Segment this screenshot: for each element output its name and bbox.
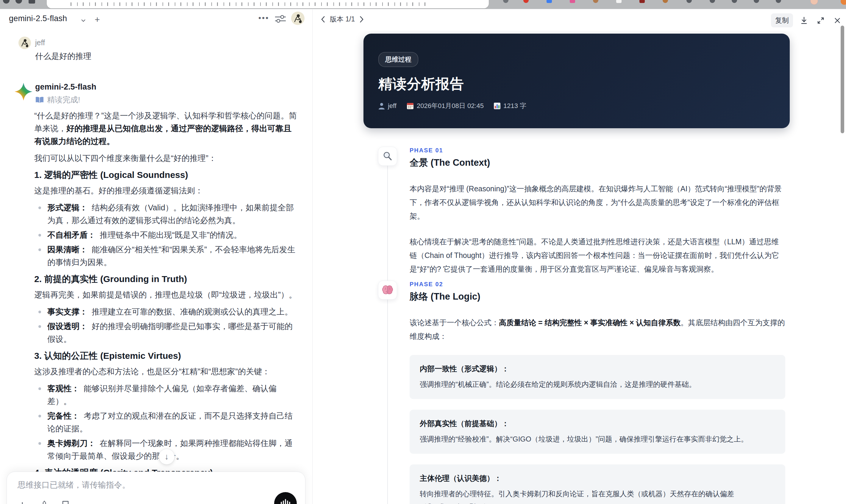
close-icon: [834, 17, 841, 24]
list-item: 不自相矛盾：推理链条中不能出现“既是又非”的情况。: [34, 229, 299, 241]
extension-icon[interactable]: [732, 0, 737, 3]
scroll-to-bottom-button[interactable]: ↓: [159, 449, 174, 464]
url-text-clipped: [71, 2, 428, 6]
phase-label: PHASE 01: [410, 147, 785, 154]
paragraph: 这涉及推理者的心态和方法论，也是区分“杠精”和“思想家”的关键：: [34, 365, 299, 378]
bookmark-icon[interactable]: [61, 501, 69, 504]
browser-chrome: [0, 0, 846, 9]
expand-button[interactable]: [815, 15, 826, 26]
dimension-cards: 内部一致性（形式逻辑）： 强调推理的“机械正确”。结论必须在给定的规则系统内逻辑…: [410, 355, 785, 504]
list-item: 完备性：考虑了对立的观点和潜在的反证，而不是只选择支持自己结论的证据。: [34, 410, 299, 435]
dimension-card: 内部一致性（形式逻辑）： 强调推理的“机械正确”。结论必须在给定的规则系统内逻辑…: [410, 355, 785, 399]
card-body: 强调推理的“经验校准”。解决“GIGO（垃圾进，垃圾出）”问题，确保推理引擎运行…: [420, 433, 775, 445]
user-avatar: [18, 37, 31, 49]
expand-icon: [817, 17, 825, 24]
voice-input-button[interactable]: [274, 492, 297, 504]
arrow-down-icon: ↓: [165, 452, 169, 462]
card-body: 转向推理者的心理特征。引入奥卡姆剃刀和反向论证，旨在克服人类（或机器）天然存在的…: [420, 488, 775, 504]
report-title: 精读分析报告: [378, 75, 464, 93]
voice-waveform-icon: [280, 498, 292, 504]
word-count-meta: 1213 字: [494, 102, 526, 110]
browser-icon[interactable]: [3, 0, 10, 4]
chevron-right-icon[interactable]: [359, 16, 364, 23]
assistant-message: “什么是好的推理？”这是一个涉及逻辑学、认知科学和哲学核心的问题。简单来说，好的…: [34, 109, 299, 504]
book-icon: [35, 96, 44, 104]
paragraph: “什么是好的推理？”这是一个涉及逻辑学、认知科学和哲学核心的问题。简单来说，好的…: [34, 109, 299, 148]
magnifier-icon: [378, 147, 397, 166]
extension-icon[interactable]: [710, 0, 715, 3]
extension-icon[interactable]: [663, 0, 668, 3]
sliders-icon[interactable]: [275, 15, 286, 23]
new-chat-button[interactable]: +: [95, 15, 100, 25]
chevron-left-icon[interactable]: [320, 16, 326, 23]
phase-section-2: PHASE 02 脉络 (The Logic) 该论述基于一个核心公式：高质量结…: [313, 281, 846, 504]
bar-chart-icon: [494, 103, 500, 109]
phase-title: 脉络 (The Logic): [410, 291, 785, 303]
assistant-name: gemini-2.5-flash: [35, 83, 96, 92]
list-item: 形式逻辑：结构必须有效（Valid）。比如演绎推理中，如果前提全部为真，那么通过…: [34, 201, 299, 227]
message-list: jeff 什么是好的推理 gemini-2.5-flash 精读完成! “什么是…: [0, 27, 312, 504]
composer[interactable]: 思维接口已就绪，请传输指令。: [6, 472, 305, 504]
report-document[interactable]: 思维过程 精读分析报告 jeff 2026年01月08日 02:45 1213 …: [313, 31, 846, 504]
author-meta: jeff: [378, 102, 396, 110]
brain-icon: [378, 281, 397, 300]
copy-button[interactable]: 复制: [771, 13, 793, 28]
report-meta: jeff 2026年01月08日 02:45 1213 字: [378, 102, 526, 110]
assistant-status: 精读完成!: [35, 95, 80, 105]
list-item: 因果清晰：能准确区分“相关性”和“因果关系”，不会轻率地将先后发生的事情归为因果…: [34, 244, 299, 269]
bullet-list: 形式逻辑：结构必须有效（Valid）。比如演绎推理中，如果前提全部为真，那么通过…: [34, 201, 299, 269]
extension-icon[interactable]: [686, 0, 692, 3]
extension-icon[interactable]: [776, 0, 781, 3]
extensions-grid-icon[interactable]: [503, 0, 508, 3]
extension-icon[interactable]: [523, 0, 529, 3]
extension-icon[interactable]: [639, 0, 645, 3]
dimension-card: 外部真实性（前提基础）： 强调推理的“经验校准”。解决“GIGO（垃圾进，垃圾出…: [410, 410, 785, 454]
paragraph: 该论述基于一个核心公式：高质量结论 = 结构完整性 × 事实准确性 × 认知自律…: [410, 316, 785, 343]
url-bar[interactable]: [47, 0, 489, 8]
browser-icon[interactable]: [29, 0, 35, 4]
card-body: 强调推理的“机械正确”。结论必须在给定的规则系统内逻辑自洽，这是推理的硬件基础。: [420, 378, 775, 391]
chevron-down-icon[interactable]: [81, 18, 86, 23]
phase-section-1: PHASE 01 全景 (The Context) 本内容是对“推理 (Reas…: [313, 147, 846, 276]
extension-icon[interactable]: [841, 0, 846, 5]
report-badge: 思维过程: [378, 52, 418, 67]
card-title: 外部真实性（前提基础）：: [420, 418, 775, 429]
close-button[interactable]: [832, 15, 843, 26]
chat-panel: gemini-2.5-flash + ••• jeff 什么是好的推理: [0, 9, 312, 504]
section-heading: 2. 前提的真实性 (Grounding in Truth): [34, 274, 299, 284]
plus-icon[interactable]: [18, 501, 27, 504]
extension-icon[interactable]: [570, 0, 575, 3]
scrollbar[interactable]: [841, 25, 844, 133]
download-icon: [800, 16, 808, 25]
list-item: 客观性：能够识别并尽量排除个人偏见（如幸存者偏差、确认偏差）。: [34, 382, 299, 408]
card-title: 内部一致性（形式逻辑）：: [420, 363, 775, 374]
extension-icon[interactable]: [754, 0, 759, 3]
report-hero-card: 思维过程 精读分析报告 jeff 2026年01月08日 02:45 1213 …: [364, 34, 790, 128]
browser-icon[interactable]: [16, 0, 22, 4]
date-meta: 2026年01月08日 02:45: [407, 102, 484, 110]
paragraph: 这是推理的基石。好的推理必须遵循逻辑法则：: [34, 184, 299, 197]
user-avatar[interactable]: [291, 12, 304, 25]
extension-icon[interactable]: [593, 0, 598, 3]
sparkle-diamonds-icon[interactable]: [39, 500, 50, 504]
model-selector[interactable]: gemini-2.5-flash: [9, 14, 67, 23]
download-button[interactable]: [798, 15, 810, 26]
more-options-button[interactable]: •••: [258, 13, 269, 23]
paragraph: 逻辑再完美，如果前提是错误的，推理也是垃圾（即“垃圾进，垃圾出”）。: [34, 289, 299, 301]
extension-icon[interactable]: [616, 0, 621, 3]
section-heading: 3. 认知的公正性 (Epistemic Virtues): [34, 350, 299, 361]
paragraph: 本内容是对“推理 (Reasoning)”这一抽象概念的高层建模。在知识爆炸与人…: [410, 182, 785, 223]
extension-icon[interactable]: [547, 0, 552, 3]
artifact-panel: 版本 1/1 复制 思维过程 精读分析报告: [312, 9, 846, 504]
phase-label: PHASE 02: [410, 281, 785, 288]
screen: gemini-2.5-flash + ••• jeff 什么是好的推理: [0, 0, 846, 504]
profile-avatar[interactable]: [810, 0, 818, 5]
phase-title: 全景 (The Context): [410, 157, 785, 169]
card-title: 主体伦理（认识美德）：: [420, 473, 775, 484]
list-item: 假设透明：好的推理会明确指明哪些是已知事实，哪些是基于可能的假设。: [34, 320, 299, 346]
section-heading: 1. 逻辑的严密性 (Logical Soundness): [34, 169, 299, 180]
composer-placeholder: 思维接口已就绪，请传输指令。: [18, 480, 130, 490]
calendar-icon: [407, 102, 414, 109]
user-message: 什么是好的推理: [35, 51, 91, 61]
version-label: 版本 1/1: [330, 15, 355, 24]
